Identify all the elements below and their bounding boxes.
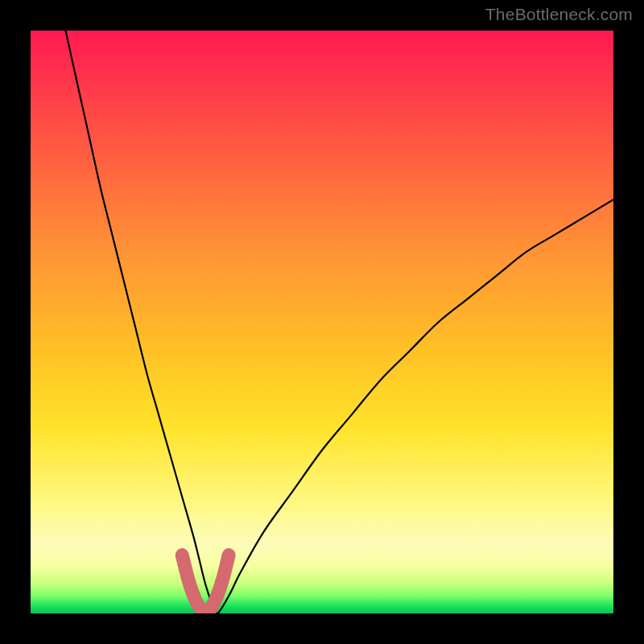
bottleneck-curve (65, 31, 613, 613)
watermark-text: TheBottleneck.com (485, 5, 633, 24)
chart-svg (31, 31, 613, 613)
plot-area (31, 31, 613, 613)
chart-frame: TheBottleneck.com (0, 0, 644, 644)
